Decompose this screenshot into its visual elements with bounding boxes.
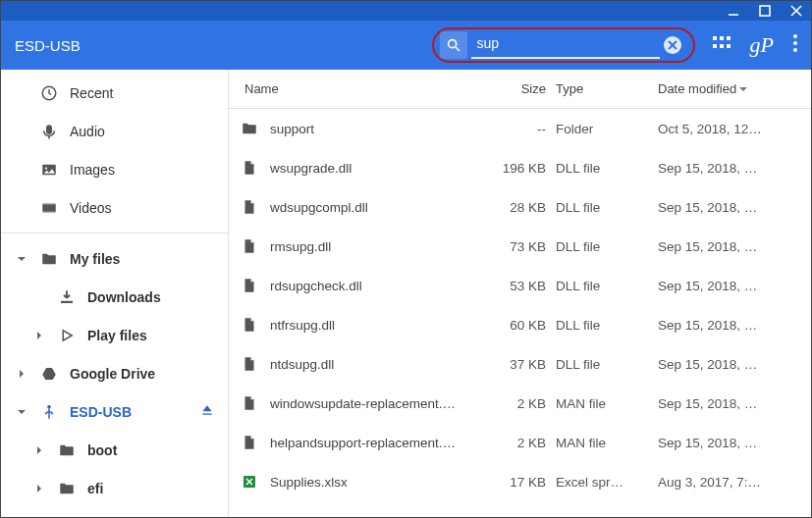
file-name: rdsupgcheck.dll [262, 279, 479, 293]
download-icon [56, 288, 78, 306]
svg-point-15 [793, 41, 797, 45]
file-date: Sep 15, 2018, … [658, 200, 799, 215]
chevron-right-icon [32, 331, 46, 340]
file-date: Sep 15, 2018, … [658, 279, 799, 293]
sidebar-item-label: Audio [70, 124, 105, 139]
grid-icon [713, 34, 731, 52]
file-row[interactable]: wsupgrade.dll196 KBDLL fileSep 15, 2018,… [229, 148, 811, 187]
sidebar-item-label: boot [87, 442, 117, 458]
sidebar: RecentAudioImagesVideos My filesDownload… [1, 70, 229, 517]
audio-icon [38, 123, 60, 140]
chevron-down-icon [15, 254, 28, 264]
svg-point-4 [448, 40, 456, 48]
sidebar-item-videos[interactable]: Videos [1, 188, 228, 227]
search-button[interactable] [440, 31, 467, 59]
folder-icon-icon [56, 480, 78, 497]
file-row[interactable]: ntdsupg.dll37 KBDLL fileSep 15, 2018, … [229, 344, 811, 384]
file-icon [241, 316, 262, 334]
file-size: 2 KB [479, 396, 556, 411]
file-type: Excel spr… [556, 475, 658, 490]
file-row[interactable]: windowsupdate-replacement.…2 KBMAN fileS… [229, 384, 811, 423]
svg-rect-11 [713, 44, 717, 48]
file-date: Sep 15, 2018, … [658, 318, 799, 333]
close-button[interactable] [789, 4, 803, 18]
column-header-date[interactable]: Date modified [658, 81, 799, 96]
file-type: DLL file [556, 279, 658, 293]
sidebar-item-play-files[interactable]: Play files [1, 316, 228, 354]
file-row[interactable]: wdsupgcompl.dll28 KBDLL fileSep 15, 2018… [229, 187, 811, 227]
xlsx-icon [241, 473, 262, 491]
search-icon [446, 37, 461, 53]
sidebar-item-images[interactable]: Images [1, 150, 228, 188]
file-date: Sep 15, 2018, … [658, 357, 799, 372]
file-row[interactable]: ntfrsupg.dll60 KBDLL fileSep 15, 2018, … [229, 305, 811, 344]
sidebar-item-downloads[interactable]: Downloads [1, 278, 228, 316]
close-icon [668, 40, 677, 50]
file-name: wsupgrade.dll [262, 161, 479, 176]
sidebar-item-label: efi [87, 481, 103, 496]
sidebar-item-efi[interactable]: efi [1, 469, 228, 507]
eject-button[interactable] [200, 403, 214, 420]
column-header-row: Name Size Type Date modified [229, 70, 811, 109]
file-name: support [262, 122, 479, 136]
file-name: Supplies.xlsx [262, 475, 479, 490]
sidebar-item-google-drive[interactable]: Google Drive [1, 354, 228, 392]
file-size: 196 KB [479, 161, 556, 176]
kebab-icon [793, 34, 797, 52]
maximize-button[interactable] [758, 4, 772, 18]
folder-icon-icon [38, 250, 60, 268]
file-row[interactable]: Supplies.xlsx17 KBExcel spr…Aug 3, 2017,… [229, 462, 811, 501]
file-icon [241, 277, 262, 294]
file-size: 17 KB [479, 475, 556, 490]
file-date: Aug 3, 2017, 7:… [658, 475, 799, 490]
chevron-right-icon [32, 484, 46, 493]
sidebar-item-my-files[interactable]: My files [1, 239, 228, 278]
grid-view-button[interactable] [713, 34, 731, 56]
file-size: -- [479, 122, 556, 136]
svg-rect-22 [61, 300, 73, 302]
file-icon [241, 434, 262, 451]
file-date: Sep 15, 2018, … [658, 239, 799, 254]
sidebar-item-label: Play files [87, 328, 147, 343]
sidebar-item-boot[interactable]: boot [1, 431, 228, 469]
column-header-name[interactable]: Name [241, 81, 479, 96]
file-row[interactable]: helpandsupport-replacement.…2 KBMAN file… [229, 423, 811, 462]
file-row[interactable]: support--FolderOct 5, 2018, 12… [229, 109, 811, 148]
file-type: MAN file [556, 396, 658, 411]
svg-point-19 [45, 167, 47, 169]
search-input[interactable] [471, 31, 660, 59]
app-header: ESD-USB gP [1, 21, 811, 70]
clear-search-button[interactable] [664, 36, 681, 54]
file-date: Oct 5, 2018, 12… [658, 122, 799, 136]
minimize-button[interactable] [727, 4, 740, 18]
file-name: wdsupgcompl.dll [262, 200, 479, 215]
sidebar-item-recent[interactable]: Recent [1, 74, 228, 112]
google-drive-icon-icon [38, 365, 60, 383]
sidebar-item-label: Images [70, 162, 115, 178]
column-header-type[interactable]: Type [556, 81, 658, 96]
sidebar-item-label: ESD-USB [70, 404, 132, 420]
file-row[interactable]: rdsupgcheck.dll53 KBDLL fileSep 15, 2018… [229, 266, 811, 305]
file-type: DLL file [556, 318, 658, 333]
file-icon [241, 159, 262, 177]
file-date: Sep 15, 2018, … [658, 436, 799, 450]
video-icon [38, 199, 60, 217]
svg-point-14 [793, 34, 797, 38]
sidebar-item-audio[interactable]: Audio [1, 112, 228, 150]
svg-rect-8 [713, 36, 717, 40]
file-date: Sep 15, 2018, … [658, 161, 799, 176]
column-header-size[interactable]: Size [479, 81, 556, 96]
svg-rect-13 [727, 44, 731, 48]
more-menu-button[interactable] [793, 34, 797, 56]
window-titlebar [1, 1, 811, 21]
file-date: Sep 15, 2018, … [658, 396, 799, 411]
file-size: 53 KB [479, 279, 556, 293]
file-row[interactable]: rmsupg.dll73 KBDLL fileSep 15, 2018, … [229, 227, 811, 266]
sidebar-item-label: Videos [70, 200, 112, 216]
sidebar-item-esd-usb[interactable]: ESD-USB [1, 392, 228, 431]
chevron-right-icon [32, 445, 46, 455]
file-icon [241, 198, 262, 216]
clock-icon [38, 84, 60, 102]
svg-rect-9 [720, 36, 724, 40]
file-icon [241, 237, 262, 255]
